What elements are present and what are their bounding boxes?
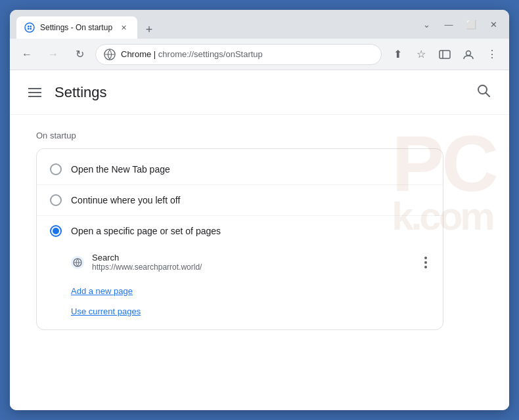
radio-label-continue: Continue where you left off — [71, 195, 180, 205]
svg-rect-1 — [28, 26, 30, 28]
url-domain: Chrome — [121, 49, 151, 59]
menu-button[interactable] — [26, 85, 44, 100]
radio-label-new-tab: Open the New Tab page — [71, 164, 170, 175]
radio-label-specific: Open a specific page or set of pages — [71, 226, 221, 236]
reload-button[interactable]: ↻ — [69, 44, 90, 65]
settings-content: PC k.com On startup Open the New Tab pag… — [10, 115, 509, 346]
bookmark-button[interactable]: ☆ — [411, 44, 432, 65]
tab-dropdown-button[interactable]: ⌄ — [417, 15, 436, 33]
add-new-page-link[interactable]: Add a new page — [71, 284, 430, 299]
radio-circle-specific — [50, 225, 62, 237]
browser-window: Settings - On startup ✕ + ⌄ — ⬜ ✕ ← → ↻ … — [10, 10, 509, 410]
nav-actions: ⬆ ☆ ⋮ — [387, 44, 503, 65]
radio-circle-new-tab — [50, 163, 62, 175]
tab-title: Settings - On startup — [40, 23, 112, 32]
site-info: Search https://www.searchparrot.world/ — [92, 253, 414, 272]
url-separator: | — [151, 49, 158, 59]
svg-rect-4 — [30, 28, 32, 30]
svg-line-11 — [486, 93, 490, 97]
profile-icon — [463, 49, 474, 60]
title-bar: Settings - On startup ✕ + ⌄ — ⬜ ✕ — [10, 10, 509, 39]
search-icon — [476, 83, 491, 98]
search-button[interactable] — [474, 81, 493, 104]
radio-option-new-tab[interactable]: Open the New Tab page — [37, 154, 443, 184]
action-links: Add a new page Use current pages — [37, 278, 443, 324]
radio-circle-continue — [50, 194, 62, 206]
radio-option-specific[interactable]: Open a specific page or set of pages — [37, 216, 443, 246]
tab-strip: Settings - On startup ✕ + — [16, 10, 413, 39]
options-card: Open the New Tab page Continue where you… — [36, 148, 443, 330]
site-icon — [71, 256, 84, 269]
profile-button[interactable] — [458, 44, 479, 65]
svg-rect-7 — [440, 51, 450, 58]
active-tab[interactable]: Settings - On startup ✕ — [16, 16, 137, 39]
site-url: https://www.searchparrot.world/ — [92, 262, 414, 272]
site-name: Search — [92, 253, 414, 262]
svg-rect-2 — [30, 26, 32, 28]
section-title: On startup — [36, 131, 483, 140]
nav-bar: ← → ↻ Chrome | chrome://settings/onStart… — [10, 39, 509, 70]
svg-rect-3 — [28, 28, 30, 30]
tab-close-button[interactable]: ✕ — [118, 22, 129, 33]
svg-point-9 — [466, 51, 471, 55]
settings-page: Settings PC k.com On startup Open the Ne… — [10, 70, 509, 410]
address-bar[interactable]: Chrome | chrome://settings/onStartup — [95, 44, 382, 65]
address-text: Chrome | chrome://settings/onStartup — [121, 49, 373, 59]
radio-option-continue[interactable]: Continue where you left off — [37, 185, 443, 215]
tab-favicon-icon — [24, 22, 35, 33]
back-button[interactable]: ← — [16, 44, 37, 65]
url-path: chrome://settings/onStartup — [158, 49, 263, 59]
site-entry: Search https://www.searchparrot.world/ — [37, 246, 443, 278]
new-tab-button[interactable]: + — [140, 20, 158, 39]
forward-button[interactable]: → — [43, 44, 64, 65]
minimize-button[interactable]: — — [440, 15, 458, 33]
page-title: Settings — [55, 84, 107, 101]
address-favicon-icon — [104, 49, 116, 60]
svg-point-0 — [25, 23, 34, 32]
globe-icon — [73, 258, 82, 267]
close-button[interactable]: ✕ — [484, 15, 503, 33]
sidebar-icon — [439, 49, 451, 60]
settings-header-left: Settings — [26, 84, 107, 101]
use-current-pages-link[interactable]: Use current pages — [71, 304, 430, 319]
more-button[interactable]: ⋮ — [482, 44, 503, 65]
share-button[interactable]: ⬆ — [387, 44, 408, 65]
window-controls: ⌄ — ⬜ ✕ — [417, 15, 503, 33]
settings-header: Settings — [10, 70, 509, 115]
sidebar-button[interactable] — [434, 44, 455, 65]
site-menu-button[interactable] — [422, 254, 430, 271]
maximize-button[interactable]: ⬜ — [462, 15, 480, 33]
